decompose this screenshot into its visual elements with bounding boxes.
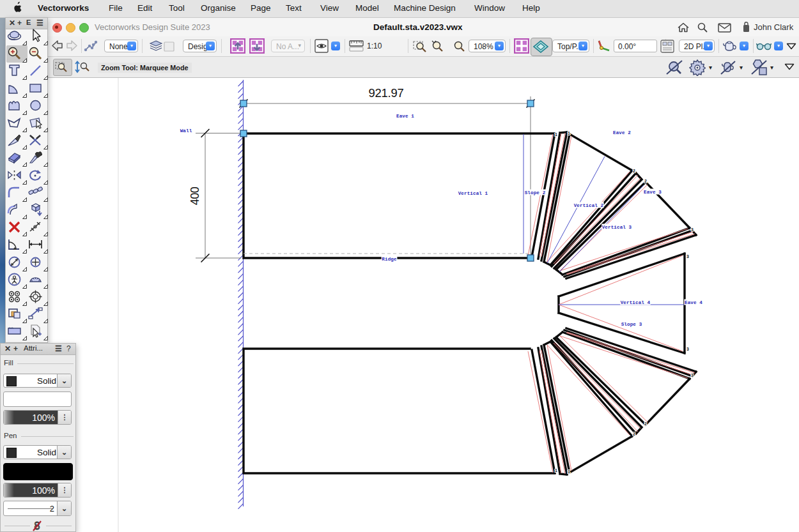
svg-text:Slope 3: Slope 3: [621, 322, 642, 327]
svg-text:Vertical 4: Vertical 4: [621, 300, 651, 305]
svg-text:2: 2: [633, 432, 635, 437]
svg-text:1: 1: [555, 469, 557, 473]
svg-text:1: 1: [568, 470, 570, 475]
svg-text:2: 2: [644, 179, 647, 184]
svg-text:1: 1: [568, 132, 570, 136]
svg-text:3: 3: [687, 255, 689, 259]
svg-text:3: 3: [691, 374, 694, 378]
svg-text:Vertical 3: Vertical 3: [602, 225, 632, 230]
svg-text:Eave 1: Eave 1: [396, 114, 414, 119]
svg-text:Eave 2: Eave 2: [613, 130, 631, 135]
svg-text:921.97: 921.97: [369, 86, 404, 100]
svg-text:2: 2: [633, 169, 635, 174]
svg-text:Vertical 2: Vertical 2: [574, 203, 604, 208]
svg-text:2: 2: [644, 422, 647, 427]
svg-text:1: 1: [555, 133, 557, 137]
svg-text:Wall: Wall: [180, 128, 192, 133]
svg-text:Vertical 1: Vertical 1: [458, 191, 488, 196]
svg-text:3: 3: [691, 228, 694, 232]
svg-text:400: 400: [189, 186, 201, 205]
svg-text:Eave 3: Eave 3: [644, 190, 662, 195]
svg-text:Slope 2: Slope 2: [525, 190, 546, 195]
svg-text:3: 3: [687, 347, 689, 352]
svg-text:Eave 4: Eave 4: [685, 300, 702, 305]
svg-text:Ridge: Ridge: [382, 257, 397, 262]
